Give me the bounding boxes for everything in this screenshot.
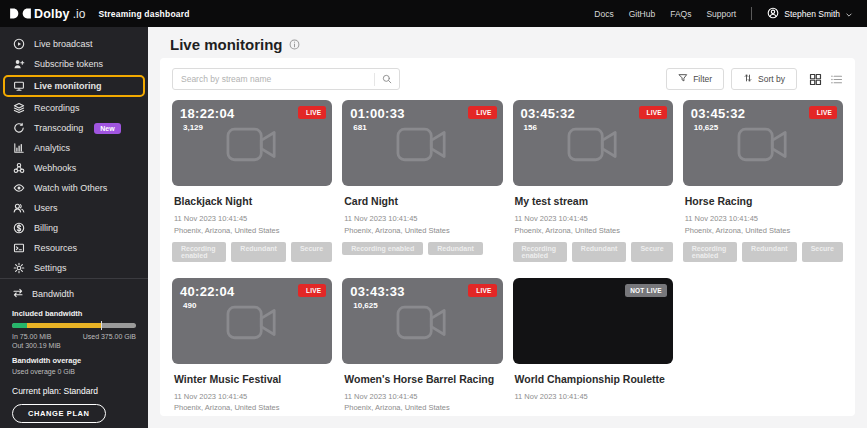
sidebar-item-settings[interactable]: Settings (0, 258, 148, 278)
stream-title: Winter Music Festival (174, 373, 330, 385)
main-content: Live monitoring Filter Sort by (148, 27, 867, 428)
brand-name: Dolby (34, 7, 70, 21)
dolby-double-d-icon (10, 8, 31, 19)
viewer-count-value: 156 (524, 123, 537, 132)
sidebar-item-watch-with-others[interactable]: Watch with Others (0, 178, 148, 198)
live-status-text: NOT LIVE (630, 287, 662, 294)
stream-thumbnail[interactable]: 01:00:33 681 LIVE (342, 100, 502, 186)
stream-location: Phoenix, Arizona, United States (685, 226, 841, 235)
stream-thumbnail[interactable]: 03:43:33 10,625 LIVE (342, 278, 502, 364)
sidebar-item-live-monitoring[interactable]: Live monitoring (3, 75, 145, 97)
info-icon[interactable] (289, 39, 300, 50)
video-camera-icon (396, 126, 448, 163)
stream-date: 11 Nov 2023 10:41:45 (515, 392, 671, 401)
current-plan: Current plan: Standard (12, 386, 136, 396)
bandwidth-progress-bar (12, 323, 136, 328)
toolbar: Filter Sort by (172, 68, 843, 90)
nav-link-faqs[interactable]: FAQs (670, 9, 691, 19)
top-header: Dolby.io Streaming dashboard Docs GitHub… (0, 0, 867, 27)
search-input[interactable] (173, 74, 374, 84)
sidebar-item-transcoding[interactable]: TranscodingNew (0, 118, 148, 138)
stream-card[interactable]: 03:43:33 10,625 LIVE Women's Horse Barre… (342, 278, 502, 417)
list-view-icon[interactable] (830, 73, 843, 86)
live-status-badge: LIVE (639, 106, 667, 119)
stream-card[interactable]: 40:22:04 490 LIVE Winter Music Festival … (172, 278, 332, 417)
stream-tag: Recording enabled (342, 242, 423, 255)
overage-value: Used overage 0 GiB (12, 368, 136, 375)
bar-green (12, 323, 27, 328)
nav-link-support[interactable]: Support (706, 9, 736, 19)
new-badge: New (94, 123, 120, 134)
sidebar-item-label: Settings (34, 263, 67, 273)
sidebar-item-label: Resources (34, 243, 77, 253)
stream-thumbnail[interactable]: 03:45:32 10,625 LIVE (683, 100, 843, 186)
video-camera-icon (226, 303, 278, 340)
sidebar-item-live-broadcast[interactable]: Live broadcast (0, 34, 148, 54)
sidebar-item-webhooks[interactable]: Webhooks (0, 158, 148, 178)
stream-thumbnail[interactable]: NOT LIVE (513, 278, 673, 364)
stream-card[interactable]: NOT LIVE World Championship Roulette 11 … (513, 278, 673, 417)
sidebar-item-label: Live monitoring (34, 81, 102, 91)
nav-link-docs[interactable]: Docs (594, 9, 613, 19)
user-menu[interactable]: Stephen Smith (767, 5, 853, 23)
stream-card[interactable]: 03:45:32 10,625 LIVE Horse Racing 11 Nov… (683, 100, 843, 262)
broadcast-icon (13, 38, 25, 50)
sidebar-item-users[interactable]: Users (0, 198, 148, 218)
sidebar-item-billing[interactable]: Billing (0, 218, 148, 238)
grid-view-icon[interactable] (809, 73, 822, 86)
stream-location: Phoenix, Arizona, United States (515, 226, 671, 235)
live-status-badge: LIVE (298, 284, 326, 297)
stream-date: 11 Nov 2023 10:41:45 (685, 214, 841, 223)
stream-thumbnail[interactable]: 18:22:04 3,129 LIVE (172, 100, 332, 186)
stream-tag: Secure (631, 242, 672, 262)
stream-card[interactable]: 18:22:04 3,129 LIVE Blackjack Night 11 N… (172, 100, 332, 262)
stream-location: Phoenix, Arizona, United States (174, 403, 330, 412)
bandwidth-section: Bandwidth Included bandwidth In 75.00 Mi… (0, 278, 148, 428)
dolby-logo[interactable]: Dolby.io (10, 7, 85, 21)
cards-grid: 18:22:04 3,129 LIVE Blackjack Night 11 N… (172, 100, 843, 416)
stream-tags: Recording enabledRedundantSecure (172, 242, 332, 262)
stream-tags: Recording enabledRedundant (342, 242, 502, 255)
stream-tag: Secure (802, 242, 843, 262)
stream-tag: Recording enabled (172, 242, 226, 262)
sidebar-item-subscribe-tokens[interactable]: Subscribe tokens (0, 54, 148, 74)
sidebar-item-analytics[interactable]: Analytics (0, 138, 148, 158)
stream-tag: Secure (291, 242, 332, 262)
nav-link-github[interactable]: GitHub (629, 9, 655, 19)
stream-thumbnail[interactable]: 40:22:04 490 LIVE (172, 278, 332, 364)
sidebar-item-recordings[interactable]: Recordings (0, 98, 148, 118)
live-status-text: LIVE (476, 287, 491, 294)
stream-title: Card Night (344, 195, 500, 207)
stream-date: 11 Nov 2023 10:41:45 (515, 214, 671, 223)
stream-tag: Redundant (428, 242, 483, 255)
stream-tag: Recording enabled (683, 242, 737, 262)
change-plan-button[interactable]: CHANGE PLAN (12, 404, 106, 423)
stream-tag: Redundant (572, 242, 627, 262)
chevron-down-icon (845, 5, 853, 23)
search-icon[interactable] (375, 74, 399, 84)
stream-title: World Championship Roulette (515, 373, 671, 385)
stream-thumbnail[interactable]: 03:45:32 156 LIVE (513, 100, 673, 186)
stream-card[interactable]: 01:00:33 681 LIVE Card Night 11 Nov 2023… (342, 100, 502, 262)
sidebar-item-label: Users (34, 203, 58, 213)
refresh-icon (13, 122, 25, 134)
video-camera-icon (737, 126, 789, 163)
stream-card[interactable]: 03:45:32 156 LIVE My test stream 11 Nov … (513, 100, 673, 262)
bandwidth-title: Bandwidth (32, 289, 74, 299)
user-name: Stephen Smith (784, 9, 840, 19)
stream-tag: Recording enabled (513, 242, 567, 262)
live-status-badge: LIVE (468, 106, 496, 119)
filter-button[interactable]: Filter (666, 68, 724, 90)
stream-location: Phoenix, Arizona, United States (174, 226, 330, 235)
live-status-text: LIVE (306, 109, 321, 116)
stream-title: Horse Racing (685, 195, 841, 207)
bandwidth-used-value: Used 375.00 GiB (83, 333, 136, 340)
sort-by-button[interactable]: Sort by (731, 68, 797, 90)
sidebar-nav: Live broadcastSubscribe tokensLive monit… (0, 27, 148, 278)
sidebar-item-resources[interactable]: Resources (0, 238, 148, 258)
search-box (172, 68, 400, 90)
sidebar: Live broadcastSubscribe tokensLive monit… (0, 27, 148, 428)
stream-date: 11 Nov 2023 10:41:45 (344, 392, 500, 401)
stream-date: 11 Nov 2023 10:41:45 (174, 392, 330, 401)
video-camera-icon (226, 126, 278, 163)
